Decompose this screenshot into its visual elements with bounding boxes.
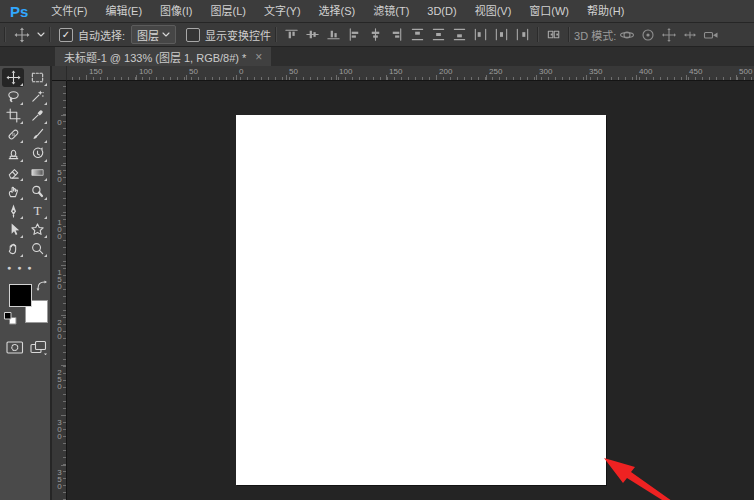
align-left-edges-icon[interactable] xyxy=(344,25,365,44)
menu-items: 文件(F)编辑(E)图像(I)图层(L)文字(Y)选择(S)滤镜(T)3D(D)… xyxy=(42,0,633,22)
move-tool-preset-icon[interactable] xyxy=(10,25,34,44)
zoom-tool[interactable] xyxy=(26,239,48,258)
photoshop-window: Ps 文件(F)编辑(E)图像(I)图层(L)文字(Y)选择(S)滤镜(T)3D… xyxy=(0,0,754,500)
quick-mask-mode-icon[interactable] xyxy=(6,340,24,355)
ruler-label: 300 xyxy=(539,67,552,76)
smudge-tool[interactable] xyxy=(2,182,24,201)
rectangular-marquee-tool[interactable] xyxy=(26,68,48,87)
dodge-tool[interactable] xyxy=(26,182,48,201)
crop-tool[interactable] xyxy=(2,106,24,125)
menu-bar: Ps 文件(F)编辑(E)图像(I)图层(L)文字(Y)选择(S)滤镜(T)3D… xyxy=(0,0,754,23)
menu-item[interactable]: 编辑(E) xyxy=(96,5,151,17)
move-tool[interactable] xyxy=(2,68,24,87)
auto-select-target-dropdown[interactable]: 图层 xyxy=(131,25,176,44)
menu-item[interactable]: 图像(I) xyxy=(151,5,201,17)
align-vertical-centers-icon[interactable] xyxy=(302,25,323,44)
separator xyxy=(537,27,539,42)
eyedropper-tool[interactable] xyxy=(26,106,48,125)
ruler-label: 50 xyxy=(189,67,198,76)
workspace: 15010050050100150200250300350400450500 0… xyxy=(0,66,754,500)
auto-select-checkbox[interactable]: ✓ xyxy=(59,28,73,42)
separator xyxy=(49,27,51,42)
path-selection-tool[interactable] xyxy=(2,220,24,239)
ruler-horizontal[interactable]: 15010050050100150200250300350400450500 xyxy=(52,66,754,81)
separator xyxy=(568,27,570,42)
document-tab-title: 未标题-1 @ 133% (图层 1, RGB/8#) * xyxy=(64,49,246,65)
auto-select-target-value: 图层 xyxy=(137,27,159,43)
ruler-label: 450 xyxy=(689,67,702,76)
document-tab[interactable]: 未标题-1 @ 133% (图层 1, RGB/8#) * × xyxy=(55,47,271,66)
menu-item[interactable]: 图层(L) xyxy=(201,5,254,17)
tab-close-icon[interactable]: × xyxy=(255,50,262,64)
ruler-label: 150 xyxy=(389,67,402,76)
show-transform-checkbox[interactable] xyxy=(186,28,200,42)
align-right-edges-icon[interactable] xyxy=(386,25,407,44)
ruler-label: 200 xyxy=(55,318,64,339)
align-horizontal-centers-icon[interactable] xyxy=(365,25,386,44)
separator xyxy=(275,27,277,42)
ruler-label: 300 xyxy=(55,418,64,439)
options-bar: ✓ 自动选择: 图层 显示变换控件 3D 模式: xyxy=(0,23,754,47)
menu-item[interactable]: 帮助(H) xyxy=(578,5,633,17)
ruler-label: 50 xyxy=(289,67,298,76)
auto-select-label: 自动选择: xyxy=(78,27,125,43)
ruler-label: 250 xyxy=(489,67,502,76)
gradient-tool[interactable] xyxy=(26,163,48,182)
ruler-label: 500 xyxy=(739,67,752,76)
ruler-label: 50 xyxy=(55,168,64,182)
menu-item[interactable]: 3D(D) xyxy=(418,5,465,17)
chevron-down-icon xyxy=(162,32,170,37)
ruler-label: 250 xyxy=(55,368,64,389)
lasso-tool[interactable] xyxy=(2,87,24,106)
3d-roll-icon[interactable] xyxy=(637,25,658,44)
ruler-corner xyxy=(52,66,67,81)
document-canvas[interactable] xyxy=(236,115,606,485)
clone-stamp-tool[interactable] xyxy=(2,144,24,163)
ruler-label: 150 xyxy=(55,268,64,289)
spot-healing-brush-tool[interactable] xyxy=(2,125,24,144)
mode-3d-label: 3D 模式: xyxy=(574,27,616,43)
distribute-bottom-edges-icon[interactable] xyxy=(449,25,470,44)
tools-panel: T ● ● ● xyxy=(0,66,52,500)
type-tool[interactable]: T xyxy=(26,201,48,220)
ruler-label: 100 xyxy=(339,67,352,76)
menu-item[interactable]: 视图(V) xyxy=(466,5,521,17)
eraser-tool[interactable] xyxy=(2,163,24,182)
history-brush-tool[interactable] xyxy=(26,144,48,163)
chevron-down-icon[interactable] xyxy=(37,32,45,37)
distribute-right-edges-icon[interactable] xyxy=(512,25,533,44)
align-top-edges-icon[interactable] xyxy=(281,25,302,44)
svg-text:T: T xyxy=(33,203,41,218)
default-colors-icon[interactable] xyxy=(4,312,17,325)
hand-tool[interactable] xyxy=(2,239,24,258)
distribute-vertical-centers-icon[interactable] xyxy=(428,25,449,44)
ruler-label: 400 xyxy=(639,67,652,76)
distribute-horizontal-centers-icon[interactable] xyxy=(491,25,512,44)
swap-colors-icon[interactable] xyxy=(36,280,48,292)
ruler-vertical[interactable]: 050100150200250300350 xyxy=(52,80,67,500)
menu-item[interactable]: 文件(F) xyxy=(42,5,96,17)
screen-mode-icon[interactable] xyxy=(30,340,48,355)
menu-item[interactable]: 窗口(W) xyxy=(520,5,578,17)
auto-align-layers-icon[interactable] xyxy=(543,25,564,44)
distribute-left-edges-icon[interactable] xyxy=(470,25,491,44)
foreground-color-swatch[interactable] xyxy=(9,284,32,307)
pen-tool[interactable] xyxy=(2,201,24,220)
distribute-top-edges-icon[interactable] xyxy=(407,25,428,44)
red-arrow-annotation xyxy=(604,458,737,500)
3d-scale-camera-icon[interactable] xyxy=(700,25,721,44)
menu-item[interactable]: 文字(Y) xyxy=(255,5,310,17)
brush-tool[interactable] xyxy=(26,125,48,144)
custom-shape-tool[interactable] xyxy=(26,220,48,239)
edit-toolbar-ellipsis[interactable]: ● ● ● xyxy=(0,258,50,276)
ruler-label: 0 xyxy=(239,67,243,76)
menu-item[interactable]: 选择(S) xyxy=(310,5,365,17)
ruler-label: 100 xyxy=(139,67,152,76)
quick-selection-tool[interactable] xyxy=(26,87,48,106)
3d-pan-icon[interactable] xyxy=(658,25,679,44)
3d-slide-icon[interactable] xyxy=(679,25,700,44)
menu-item[interactable]: 滤镜(T) xyxy=(364,5,418,17)
3d-rotate-icon[interactable] xyxy=(616,25,637,44)
ruler-label: 100 xyxy=(55,218,64,239)
align-bottom-edges-icon[interactable] xyxy=(323,25,344,44)
